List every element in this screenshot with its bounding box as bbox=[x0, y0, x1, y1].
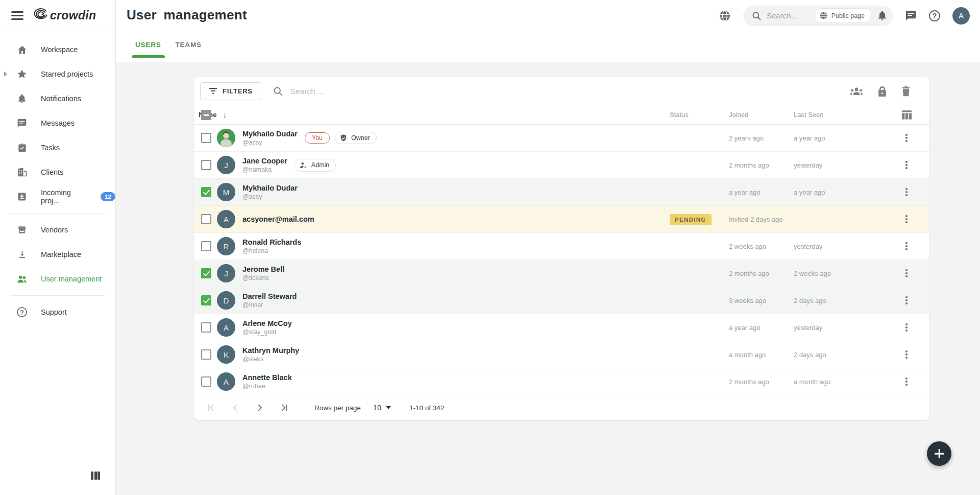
row-menu-icon[interactable] bbox=[903, 321, 910, 334]
menu-icon[interactable] bbox=[11, 11, 23, 20]
row-checkbox[interactable] bbox=[201, 376, 211, 387]
avatar: D bbox=[217, 291, 235, 310]
column-joined[interactable]: Joined bbox=[729, 111, 794, 119]
table-row[interactable]: J Jerome Bell @tickone 2 months ago 2 we… bbox=[194, 260, 929, 287]
table-row[interactable]: R Ronald Richards @helena 2 weeks ago ye… bbox=[194, 233, 929, 260]
search-icon bbox=[273, 86, 283, 97]
sidebar-item-notifications[interactable]: Notifications bbox=[0, 86, 115, 111]
column-name[interactable]: Name ↓ bbox=[199, 110, 670, 119]
user-name: Mykhailo Dudar bbox=[242, 184, 298, 192]
filters-button[interactable]: FILTERS bbox=[200, 82, 261, 100]
sidebar-item-incoming-projects[interactable]: Incoming proj... 12 bbox=[0, 184, 115, 209]
row-menu-icon[interactable] bbox=[903, 240, 910, 252]
sidebar: crowdin Workspace Starred projects Notif… bbox=[0, 0, 116, 495]
row-menu-icon[interactable] bbox=[903, 213, 910, 225]
delete-icon[interactable] bbox=[901, 86, 911, 97]
lock-icon[interactable] bbox=[877, 86, 887, 97]
last-seen-value: a year ago bbox=[794, 188, 884, 196]
row-checkbox[interactable] bbox=[201, 322, 211, 333]
sidebar-item-marketplace[interactable]: Marketplace bbox=[0, 242, 115, 267]
table-row[interactable]: Mykhailo Dudar @acsy YouOwner 2 years ag… bbox=[194, 125, 929, 152]
row-menu-icon[interactable] bbox=[903, 294, 910, 307]
joined-value: a year ago bbox=[729, 324, 794, 332]
sidebar-item-support[interactable]: ? Support bbox=[0, 300, 115, 324]
table-row[interactable]: K Kathryn Murphy @sleks a month ago 2 da… bbox=[194, 341, 929, 368]
badge-admin: Admin bbox=[295, 159, 336, 172]
incoming-projects-badge: 12 bbox=[101, 192, 115, 201]
public-page-button[interactable]: Public page bbox=[814, 8, 872, 23]
table-search-input[interactable] bbox=[290, 87, 495, 96]
table-row[interactable]: A Annette Black @rubae 2 months ago a mo… bbox=[194, 368, 929, 395]
user-handle: @rubae bbox=[242, 383, 292, 390]
user-badges: YouOwner bbox=[305, 132, 377, 144]
row-menu-icon[interactable] bbox=[903, 375, 910, 388]
expand-caret-icon[interactable] bbox=[4, 72, 7, 77]
row-checkbox[interactable] bbox=[201, 133, 211, 143]
add-user-fab[interactable] bbox=[927, 441, 951, 466]
global-search[interactable]: Public page bbox=[743, 6, 893, 26]
row-checkbox[interactable] bbox=[201, 241, 211, 251]
sidebar-item-vendors[interactable]: Vendors bbox=[0, 218, 115, 242]
row-menu-icon[interactable] bbox=[903, 132, 910, 144]
last-seen-value: yesterday bbox=[794, 161, 884, 169]
messages-icon[interactable] bbox=[905, 10, 917, 21]
select-all-checkbox[interactable] bbox=[201, 110, 211, 120]
row-checkbox[interactable] bbox=[201, 295, 211, 305]
tab-users[interactable]: USERS bbox=[135, 41, 161, 58]
notifications-bell-icon[interactable] bbox=[877, 10, 888, 21]
columns-settings-icon[interactable] bbox=[884, 110, 929, 120]
add-to-team-icon[interactable] bbox=[850, 86, 863, 97]
row-checkbox[interactable] bbox=[201, 214, 211, 224]
help-icon[interactable]: ? bbox=[929, 10, 940, 21]
app: crowdin Workspace Starred projects Notif… bbox=[0, 0, 980, 495]
row-menu-icon[interactable] bbox=[903, 267, 910, 279]
column-status[interactable]: Status bbox=[670, 111, 729, 119]
support-icon: ? bbox=[16, 307, 28, 318]
row-checkbox[interactable] bbox=[201, 349, 211, 360]
sidebar-item-clients[interactable]: Clients bbox=[0, 160, 115, 184]
column-last-seen[interactable]: Last Seen bbox=[794, 111, 884, 119]
sidebar-item-user-management[interactable]: User management bbox=[0, 267, 115, 291]
global-search-input[interactable] bbox=[767, 11, 809, 20]
row-checkbox[interactable] bbox=[201, 160, 211, 170]
tab-teams[interactable]: TEAMS bbox=[176, 41, 202, 58]
last-page-button[interactable] bbox=[275, 398, 294, 417]
next-page-button[interactable] bbox=[250, 398, 270, 417]
first-page-button[interactable] bbox=[201, 398, 220, 417]
badge-you: You bbox=[305, 132, 330, 144]
table-row[interactable]: M Mykhailo Dudar @acsy a year ago a year… bbox=[194, 179, 929, 206]
sidebar-item-messages[interactable]: Messages bbox=[0, 111, 115, 135]
table-row[interactable]: A Arlene McCoy @stay_gold a year ago yes… bbox=[194, 314, 929, 341]
globe-icon[interactable] bbox=[719, 10, 731, 22]
avatar: R bbox=[217, 237, 235, 255]
avatar: M bbox=[217, 183, 235, 201]
crowdin-logo[interactable]: crowdin bbox=[33, 8, 96, 22]
row-checkbox[interactable] bbox=[201, 187, 211, 197]
user-handle: @tickone bbox=[242, 274, 284, 281]
rows-per-page-select[interactable]: 10 bbox=[373, 404, 391, 412]
view-columns-icon[interactable] bbox=[91, 472, 100, 480]
status-badge: PENDING bbox=[670, 214, 712, 225]
home-icon bbox=[16, 44, 28, 55]
table-row[interactable]: J Jane Cooper @namaka Admin 2 months ago… bbox=[194, 152, 929, 179]
last-seen-value: 2 days ago bbox=[794, 351, 884, 359]
table-row[interactable]: D Darrell Steward @inner 3 weeks ago 2 d… bbox=[194, 287, 929, 314]
row-menu-icon[interactable] bbox=[903, 159, 910, 171]
sort-desc-icon[interactable]: ↓ bbox=[223, 110, 227, 119]
sidebar-item-workspace[interactable]: Workspace bbox=[0, 37, 115, 62]
avatar: A bbox=[217, 210, 235, 228]
sidebar-item-starred-projects[interactable]: Starred projects bbox=[0, 62, 115, 86]
table-toolbar: FILTERS bbox=[194, 77, 929, 105]
marketplace-icon bbox=[16, 249, 28, 260]
users-card: FILTERS bbox=[194, 77, 929, 420]
sidebar-item-tasks[interactable]: Tasks bbox=[0, 135, 115, 160]
star-icon bbox=[16, 68, 28, 80]
row-checkbox[interactable] bbox=[201, 268, 211, 278]
user-avatar[interactable]: A bbox=[952, 7, 970, 25]
table-row[interactable]: A acsyoner@mail.com PENDING Invited 2 da… bbox=[194, 206, 929, 233]
logo-text: crowdin bbox=[50, 9, 96, 22]
prev-page-button[interactable] bbox=[226, 398, 245, 417]
row-menu-icon[interactable] bbox=[903, 186, 910, 198]
row-menu-icon[interactable] bbox=[903, 348, 910, 361]
badge-owner: Owner bbox=[335, 132, 377, 144]
